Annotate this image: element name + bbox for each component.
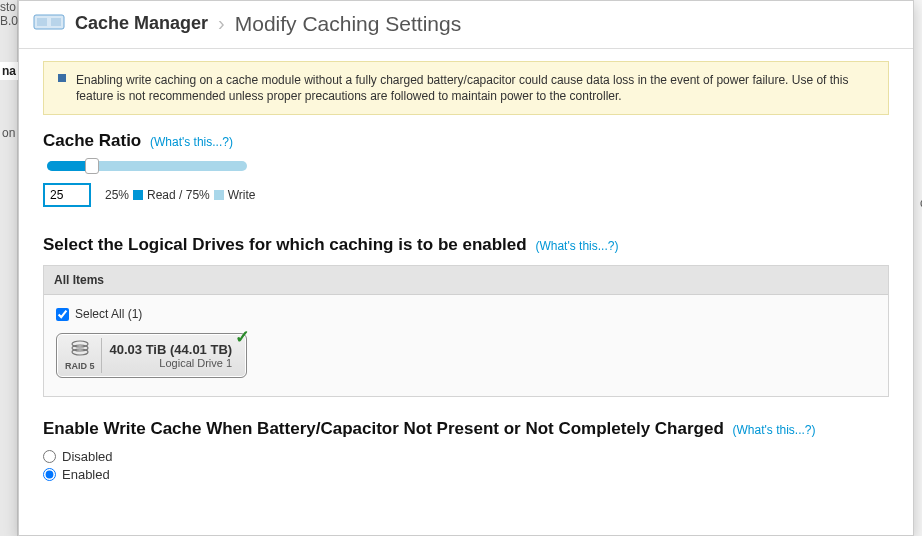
enabled-label: Enabled [62,467,110,482]
dialog-header: Cache Manager › Modify Caching Settings [19,1,913,49]
whats-this-link[interactable]: (What's this...?) [535,239,618,253]
drive-name: Logical Drive 1 [110,357,233,369]
drive-card-right: 40.03 TiB (44.01 TB) Logical Drive 1 [102,340,241,371]
disabled-radio[interactable] [43,450,56,463]
drives-heading: Select the Logical Drives for which cach… [43,235,889,255]
svg-point-5 [72,349,88,355]
modify-caching-dialog: Cache Manager › Modify Caching Settings … [18,0,914,536]
scrap-text: sto [0,0,16,14]
write-swatch-icon [214,190,224,200]
info-icon [58,74,66,82]
svg-rect-1 [37,18,47,26]
breadcrumb-root[interactable]: Cache Manager [75,13,208,34]
write-label: Write [228,188,256,202]
warning-banner: Enabling write caching on a cache module… [43,61,889,115]
disk-stack-icon [70,340,90,359]
whats-this-link[interactable]: (What's this...?) [150,135,233,149]
cache-ratio-slider[interactable] [47,161,889,171]
enabled-radio[interactable] [43,468,56,481]
slider-thumb[interactable] [85,158,99,174]
scrap-text: on [2,126,15,140]
drive-card-left: RAID 5 [61,338,102,373]
warning-text: Enabling write caching on a cache module… [76,73,848,103]
section-label: Enable Write Cache When Battery/Capacito… [43,419,724,438]
svg-rect-2 [51,18,61,26]
whats-this-link[interactable]: (What's this...?) [733,423,816,437]
background-scraps: sto B.0 na on [0,0,18,536]
cache-ratio-heading: Cache Ratio (What's this...?) [43,131,889,151]
select-all-checkbox[interactable] [56,308,69,321]
enabled-radio-row[interactable]: Enabled [43,467,889,482]
scrap-text: B.0 [0,14,18,28]
page-title: Modify Caching Settings [235,12,461,36]
drive-size: 40.03 TiB (44.01 TB) [110,342,233,357]
slider-track[interactable] [47,161,247,171]
write-cache-heading: Enable Write Cache When Battery/Capacito… [43,419,889,439]
section-label: Cache Ratio [43,131,141,150]
disabled-radio-row[interactable]: Disabled [43,449,889,464]
drives-panel: All Items Select All (1) [43,265,889,397]
select-all-label: Select All (1) [75,307,142,321]
drives-panel-head: All Items [44,266,888,295]
disabled-label: Disabled [62,449,113,464]
cache-ratio-input[interactable] [43,183,91,207]
cache-ratio-readout: 25% Read / 75% Write [43,183,889,207]
section-label: Select the Logical Drives for which cach… [43,235,527,254]
read-label: Read / 75% [147,188,210,202]
logical-drive-card[interactable]: RAID 5 40.03 TiB (44.01 TB) Logical Driv… [56,333,247,378]
chevron-right-icon: › [218,12,225,35]
select-all-row[interactable]: Select All (1) [56,307,876,321]
read-percent: 25% [105,188,129,202]
read-swatch-icon [133,190,143,200]
hardware-icon [33,11,75,36]
checkmark-icon: ✓ [235,326,250,348]
raid-label: RAID 5 [65,361,95,371]
scrap-text: na [0,62,18,80]
dialog-body: Enabling write caching on a cache module… [19,49,913,485]
